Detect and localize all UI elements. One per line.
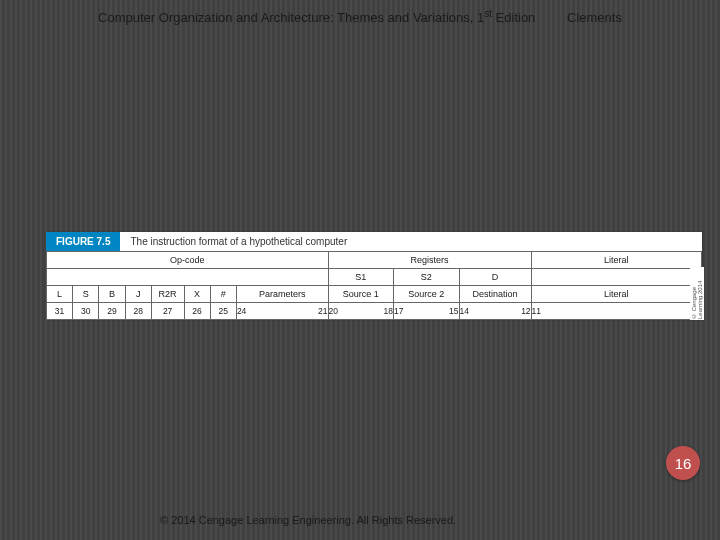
field-lit: Literal [531,286,701,303]
field-S: S [73,286,99,303]
group-registers: Registers [328,252,531,269]
bit-20: 20 [329,306,338,316]
field-X: X [184,286,210,303]
edition-tail: Edition [492,10,535,25]
bit-27: 27 [151,303,184,320]
bit-30: 30 [73,303,99,320]
group-row: Op-code Registers Literal [47,252,702,269]
instruction-table: Op-code Registers Literal S1 S2 D L S B … [46,251,702,320]
bit-28: 28 [125,303,151,320]
group-opcode: Op-code [47,252,329,269]
field-R2R: R2R [151,286,184,303]
figure-caption: The instruction format of a hypothetical… [120,232,702,251]
field-src2: Source 2 [394,286,460,303]
footer-copyright: © 2014 Cengage Learning Engineering. All… [0,514,720,526]
bit-14: 14 [460,306,469,316]
bit-row: 31 30 29 28 27 26 25 2421 2018 1715 1412… [47,303,702,320]
field-J: J [125,286,151,303]
field-row: L S B J R2R X # Parameters Source 1 Sour… [47,286,702,303]
field-hash: # [210,286,236,303]
bit-17: 17 [394,306,403,316]
figure-title-row: FIGURE 7.5 The instruction format of a h… [46,232,702,251]
field-src1: Source 1 [328,286,394,303]
page-number-badge: 16 [666,446,700,480]
bit-29: 29 [99,303,125,320]
sub-s2: S2 [394,269,460,286]
bit-25: 25 [219,306,228,316]
edition-super: st [484,8,492,19]
bit-24: 24 [237,306,246,316]
slide-header: Computer Organization and Architecture: … [0,0,720,25]
sub-d: D [459,269,531,286]
page-number: 16 [675,455,692,472]
bit-11: 11 [532,306,541,316]
bit-31: 31 [47,303,73,320]
author-name: Clements [567,10,622,25]
book-title: Computer Organization and Architecture: … [98,10,484,25]
field-L: L [47,286,73,303]
figure-copyright: © Cengage Learning 2014 [690,267,704,320]
bit-21: 21 [318,306,327,316]
group-literal: Literal [531,252,701,269]
instruction-format-diagram: © Cengage Learning 2014 Op-code Register… [46,251,702,320]
field-dest: Destination [459,286,531,303]
bit-18: 18 [384,306,393,316]
field-params: Parameters [236,286,328,303]
field-B: B [99,286,125,303]
bit-26: 26 [184,303,210,320]
bit-12: 12 [521,306,530,316]
sub-s1: S1 [328,269,394,286]
bit-15: 15 [449,306,458,316]
sub-row: S1 S2 D [47,269,702,286]
figure-badge: FIGURE 7.5 [46,232,120,251]
figure-container: FIGURE 7.5 The instruction format of a h… [46,232,702,320]
